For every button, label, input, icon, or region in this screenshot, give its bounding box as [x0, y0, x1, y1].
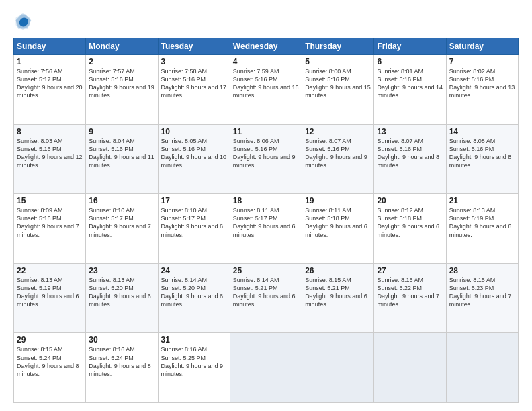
cell-info: Sunrise: 8:12 AMSunset: 5:18 PMDaylight:…: [377, 206, 443, 239]
cell-info: Sunrise: 8:16 AMSunset: 5:24 PMDaylight:…: [89, 345, 154, 378]
calendar-cell: 25 Sunrise: 8:14 AMSunset: 5:21 PMDaylig…: [230, 263, 302, 333]
cell-info: Sunrise: 8:16 AMSunset: 5:25 PMDaylight:…: [161, 345, 227, 378]
day-number: 17: [161, 196, 227, 205]
calendar-cell: 17 Sunrise: 8:10 AMSunset: 5:17 PMDaylig…: [158, 194, 230, 264]
cell-info: Sunrise: 8:14 AMSunset: 5:20 PMDaylight:…: [161, 276, 227, 309]
day-number: 20: [377, 196, 443, 205]
day-number: 27: [377, 266, 443, 275]
cell-info: Sunrise: 8:07 AMSunset: 5:16 PMDaylight:…: [305, 137, 371, 170]
logo-icon: [13, 12, 32, 31]
calendar-cell: [302, 333, 374, 403]
col-header-sunday: Sunday: [14, 38, 86, 55]
cell-info: Sunrise: 8:15 AMSunset: 5:24 PMDaylight:…: [17, 345, 83, 378]
col-header-thursday: Thursday: [302, 38, 374, 55]
calendar-cell: 7 Sunrise: 8:02 AMSunset: 5:16 PMDayligh…: [446, 55, 518, 125]
calendar-header-row: SundayMondayTuesdayWednesdayThursdayFrid…: [14, 38, 519, 55]
calendar-cell: [446, 333, 518, 403]
col-header-wednesday: Wednesday: [230, 38, 302, 55]
day-number: 8: [17, 127, 83, 136]
day-number: 19: [305, 196, 371, 205]
col-header-tuesday: Tuesday: [158, 38, 230, 55]
day-number: 13: [377, 127, 443, 136]
calendar-week-5: 29 Sunrise: 8:15 AMSunset: 5:24 PMDaylig…: [14, 333, 519, 403]
day-number: 11: [233, 127, 299, 136]
calendar-cell: 26 Sunrise: 8:15 AMSunset: 5:21 PMDaylig…: [302, 263, 374, 333]
cell-info: Sunrise: 8:15 AMSunset: 5:22 PMDaylight:…: [377, 276, 443, 309]
day-number: 22: [17, 266, 83, 275]
cell-info: Sunrise: 8:13 AMSunset: 5:19 PMDaylight:…: [449, 206, 515, 239]
calendar-week-3: 15 Sunrise: 8:09 AMSunset: 5:16 PMDaylig…: [14, 194, 519, 264]
cell-info: Sunrise: 8:15 AMSunset: 5:23 PMDaylight:…: [449, 276, 515, 309]
cell-info: Sunrise: 8:15 AMSunset: 5:21 PMDaylight:…: [305, 276, 371, 309]
header: [13, 12, 519, 31]
cell-info: Sunrise: 8:10 AMSunset: 5:17 PMDaylight:…: [161, 206, 227, 239]
calendar-cell: 5 Sunrise: 8:00 AMSunset: 5:16 PMDayligh…: [302, 55, 374, 125]
calendar-cell: 3 Sunrise: 7:58 AMSunset: 5:16 PMDayligh…: [158, 55, 230, 125]
calendar-cell: 27 Sunrise: 8:15 AMSunset: 5:22 PMDaylig…: [374, 263, 446, 333]
calendar-cell: 16 Sunrise: 8:10 AMSunset: 5:17 PMDaylig…: [86, 194, 158, 264]
day-number: 7: [449, 57, 515, 66]
day-number: 21: [449, 196, 515, 205]
day-number: 1: [17, 57, 83, 66]
cell-info: Sunrise: 8:01 AMSunset: 5:16 PMDaylight:…: [377, 67, 443, 100]
day-number: 31: [161, 335, 227, 345]
calendar-cell: 28 Sunrise: 8:15 AMSunset: 5:23 PMDaylig…: [446, 263, 518, 333]
day-number: 25: [233, 266, 299, 275]
calendar-cell: 15 Sunrise: 8:09 AMSunset: 5:16 PMDaylig…: [14, 194, 86, 264]
col-header-friday: Friday: [374, 38, 446, 55]
day-number: 3: [161, 57, 227, 66]
calendar-cell: 21 Sunrise: 8:13 AMSunset: 5:19 PMDaylig…: [446, 194, 518, 264]
calendar-table: SundayMondayTuesdayWednesdayThursdayFrid…: [13, 38, 519, 403]
cell-info: Sunrise: 8:11 AMSunset: 5:18 PMDaylight:…: [305, 206, 371, 239]
cell-info: Sunrise: 8:08 AMSunset: 5:16 PMDaylight:…: [449, 137, 515, 170]
day-number: 30: [89, 335, 154, 345]
day-number: 4: [233, 57, 299, 66]
cell-info: Sunrise: 7:59 AMSunset: 5:16 PMDaylight:…: [233, 67, 299, 100]
cell-info: Sunrise: 8:07 AMSunset: 5:16 PMDaylight:…: [377, 137, 443, 170]
calendar-cell: 29 Sunrise: 8:15 AMSunset: 5:24 PMDaylig…: [14, 333, 86, 403]
calendar-week-4: 22 Sunrise: 8:13 AMSunset: 5:19 PMDaylig…: [14, 263, 519, 333]
col-header-monday: Monday: [86, 38, 158, 55]
calendar-cell: 18 Sunrise: 8:11 AMSunset: 5:17 PMDaylig…: [230, 194, 302, 264]
calendar-cell: [374, 333, 446, 403]
calendar-cell: 9 Sunrise: 8:04 AMSunset: 5:16 PMDayligh…: [86, 124, 158, 194]
cell-info: Sunrise: 8:13 AMSunset: 5:20 PMDaylight:…: [89, 276, 154, 309]
day-number: 9: [89, 127, 154, 136]
cell-info: Sunrise: 8:13 AMSunset: 5:19 PMDaylight:…: [17, 276, 83, 309]
calendar-week-1: 1 Sunrise: 7:56 AMSunset: 5:17 PMDayligh…: [14, 55, 519, 125]
col-header-saturday: Saturday: [446, 38, 518, 55]
calendar-cell: [230, 333, 302, 403]
day-number: 16: [89, 196, 154, 205]
logo: [13, 12, 35, 31]
calendar-cell: 30 Sunrise: 8:16 AMSunset: 5:24 PMDaylig…: [86, 333, 158, 403]
day-number: 18: [233, 196, 299, 205]
calendar-week-2: 8 Sunrise: 8:03 AMSunset: 5:16 PMDayligh…: [14, 124, 519, 194]
cell-info: Sunrise: 8:11 AMSunset: 5:17 PMDaylight:…: [233, 206, 299, 239]
calendar-cell: 23 Sunrise: 8:13 AMSunset: 5:20 PMDaylig…: [86, 263, 158, 333]
calendar-cell: 14 Sunrise: 8:08 AMSunset: 5:16 PMDaylig…: [446, 124, 518, 194]
calendar-cell: 24 Sunrise: 8:14 AMSunset: 5:20 PMDaylig…: [158, 263, 230, 333]
calendar-cell: 1 Sunrise: 7:56 AMSunset: 5:17 PMDayligh…: [14, 55, 86, 125]
calendar-cell: 22 Sunrise: 8:13 AMSunset: 5:19 PMDaylig…: [14, 263, 86, 333]
day-number: 29: [17, 335, 83, 345]
calendar-cell: 19 Sunrise: 8:11 AMSunset: 5:18 PMDaylig…: [302, 194, 374, 264]
calendar-cell: 4 Sunrise: 7:59 AMSunset: 5:16 PMDayligh…: [230, 55, 302, 125]
calendar-cell: 13 Sunrise: 8:07 AMSunset: 5:16 PMDaylig…: [374, 124, 446, 194]
page: SundayMondayTuesdayWednesdayThursdayFrid…: [0, 0, 532, 411]
day-number: 14: [449, 127, 515, 136]
day-number: 2: [89, 57, 154, 66]
day-number: 28: [449, 266, 515, 275]
cell-info: Sunrise: 8:02 AMSunset: 5:16 PMDaylight:…: [449, 67, 515, 100]
day-number: 26: [305, 266, 371, 275]
cell-info: Sunrise: 8:14 AMSunset: 5:21 PMDaylight:…: [233, 276, 299, 309]
day-number: 6: [377, 57, 443, 66]
calendar-cell: 2 Sunrise: 7:57 AMSunset: 5:16 PMDayligh…: [86, 55, 158, 125]
calendar-cell: 11 Sunrise: 8:06 AMSunset: 5:16 PMDaylig…: [230, 124, 302, 194]
cell-info: Sunrise: 7:57 AMSunset: 5:16 PMDaylight:…: [89, 67, 154, 100]
day-number: 12: [305, 127, 371, 136]
cell-info: Sunrise: 8:04 AMSunset: 5:16 PMDaylight:…: [89, 137, 154, 170]
day-number: 23: [89, 266, 154, 275]
day-number: 24: [161, 266, 227, 275]
calendar-cell: 6 Sunrise: 8:01 AMSunset: 5:16 PMDayligh…: [374, 55, 446, 125]
calendar-cell: 8 Sunrise: 8:03 AMSunset: 5:16 PMDayligh…: [14, 124, 86, 194]
